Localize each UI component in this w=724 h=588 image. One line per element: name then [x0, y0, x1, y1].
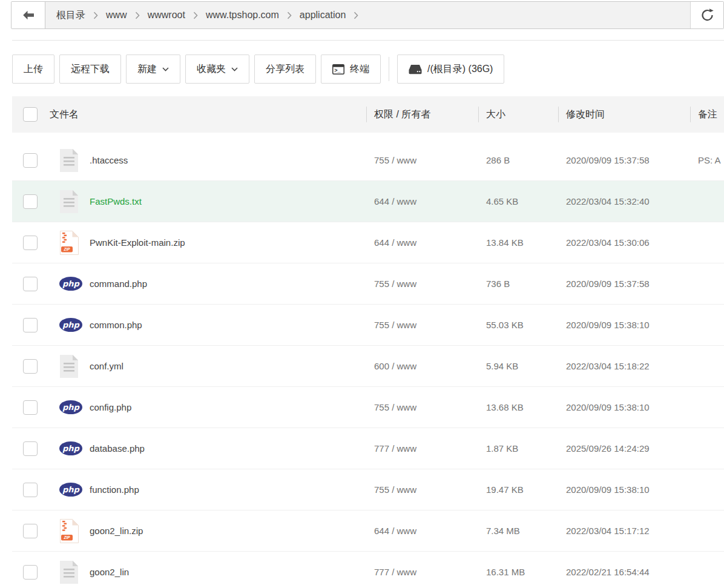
file-permissions: 755 / www: [366, 155, 478, 165]
table-row[interactable]: ZIP php command.php 755 / www 736 B 2020…: [12, 263, 724, 305]
table-row[interactable]: ZIP php function.php 755 / www 19.47 KB …: [12, 469, 724, 510]
file-name[interactable]: config.php: [90, 402, 366, 412]
svg-text:>_: >_: [334, 67, 341, 73]
zip-file-icon: ZIP: [59, 519, 79, 543]
column-header-note[interactable]: 备注: [690, 108, 724, 121]
column-header-mtime[interactable]: 修改时间: [558, 108, 690, 121]
php-file-icon: php: [59, 483, 82, 497]
file-permissions: 644 / www: [366, 237, 478, 248]
file-permissions: 755 / www: [366, 320, 478, 330]
row-checkbox[interactable]: [23, 400, 38, 415]
row-checkbox[interactable]: [23, 153, 38, 168]
table-row[interactable]: ZIP php conf.yml 600 / www 5.94 KB 2022/…: [12, 346, 724, 387]
disk-selector-label: /(根目录) (36G): [427, 63, 493, 76]
table-body: ZIP php .htaccess 755 / www 286 B 2020/0…: [12, 133, 724, 588]
row-checkbox[interactable]: [23, 277, 38, 291]
text-file-icon: [59, 561, 79, 584]
column-header-filename[interactable]: 文件名: [38, 108, 366, 121]
file-permissions: 755 / www: [366, 402, 478, 412]
refresh-icon: [700, 8, 714, 22]
file-mtime: 2022/02/21 16:54:44: [558, 567, 690, 577]
file-table: 文件名 权限 / 所有者 大小 修改时间 备注: [12, 96, 724, 588]
file-permissions: 777 / www: [366, 443, 478, 454]
toolbar-divider: [389, 57, 389, 81]
chevron-down-icon: [231, 67, 238, 71]
chevron-right-icon: [135, 12, 140, 19]
file-size: 55.03 KB: [478, 320, 558, 330]
file-size: 1.87 KB: [478, 443, 558, 454]
breadcrumb-item[interactable]: 根目录: [56, 9, 85, 22]
php-file-icon: php: [59, 318, 82, 332]
file-name[interactable]: goon2_lin: [90, 567, 366, 577]
remote-download-button[interactable]: 远程下载: [59, 55, 121, 84]
file-name[interactable]: conf.yml: [90, 361, 366, 371]
chevron-down-icon: [162, 67, 169, 71]
file-mtime: 2020/09/09 15:37:58: [558, 279, 690, 289]
file-name[interactable]: PwnKit-Exploit-main.zip: [90, 237, 366, 248]
table-row[interactable]: ZIP php database.php 777 / www 1.87 KB 2…: [12, 428, 724, 469]
select-all-checkbox[interactable]: [23, 107, 38, 122]
row-checkbox[interactable]: [23, 565, 38, 580]
row-checkbox[interactable]: [23, 318, 38, 332]
file-name[interactable]: .htaccess: [90, 155, 366, 165]
chevron-right-icon: [287, 12, 292, 19]
file-name[interactable]: common.php: [90, 320, 366, 330]
table-row[interactable]: ZIP php config.php 755 / www 13.68 KB 20…: [12, 387, 724, 428]
favorites-dropdown-button[interactable]: 收藏夹: [185, 55, 249, 84]
breadcrumb-item[interactable]: wwwroot: [148, 10, 185, 21]
chevron-right-icon: [354, 12, 358, 19]
disk-selector-button[interactable]: /(根目录) (36G): [397, 55, 504, 84]
file-size: 286 B: [478, 155, 558, 165]
table-row[interactable]: ZIP php common.php 755 / www 55.03 KB 20…: [12, 305, 724, 346]
file-size: 13.84 KB: [478, 237, 558, 248]
table-row[interactable]: ZIP php goon2_lin 777 / www 16.31 MB 202…: [12, 552, 724, 588]
breadcrumb: 根目录wwwwwwrootwww.tpshop.comapplication: [45, 2, 690, 28]
file-permissions: 600 / www: [366, 361, 478, 371]
column-header-permissions[interactable]: 权限 / 所有者: [366, 108, 478, 121]
breadcrumb-item[interactable]: www: [106, 10, 127, 21]
file-permissions: 644 / www: [366, 196, 478, 206]
file-size: 19.47 KB: [478, 484, 558, 495]
column-header-size[interactable]: 大小: [478, 108, 558, 121]
file-name[interactable]: FastPwds.txt: [90, 196, 366, 206]
file-name[interactable]: database.php: [90, 443, 366, 454]
toolbar: 上传 远程下载 新建 收藏夹 分享列表 >_ 终端: [12, 55, 724, 84]
breadcrumb-item[interactable]: www.tpshop.com: [206, 10, 279, 21]
hard-drive-icon: [409, 64, 422, 74]
terminal-icon: >_: [332, 64, 344, 74]
file-size: 5.94 KB: [478, 361, 558, 371]
php-file-icon: php: [59, 441, 82, 455]
file-note: PS: A: [690, 155, 724, 165]
table-row[interactable]: ZIP php .htaccess 755 / www 286 B 2020/0…: [12, 140, 724, 181]
file-name[interactable]: function.php: [90, 484, 366, 495]
share-list-button[interactable]: 分享列表: [254, 55, 316, 84]
table-row[interactable]: ZIP php FastPwds.txt 644 / www 4.65 KB 2…: [12, 181, 724, 222]
file-size: 16.31 MB: [478, 567, 558, 577]
text-file-icon: [59, 190, 79, 213]
breadcrumb-item[interactable]: application: [300, 10, 346, 21]
refresh-button[interactable]: [690, 2, 723, 28]
file-name[interactable]: command.php: [90, 279, 366, 289]
file-name[interactable]: goon2_lin.zip: [90, 526, 366, 536]
file-permissions: 777 / www: [366, 567, 478, 577]
terminal-button[interactable]: >_ 终端: [321, 55, 381, 84]
row-checkbox[interactable]: [23, 483, 38, 497]
back-arrow-icon: [22, 10, 35, 20]
row-checkbox[interactable]: [23, 441, 38, 456]
table-row[interactable]: ZIP php goon2_lin.zip 644 / www 7.34 MB …: [12, 510, 724, 552]
file-mtime: 2022/03/04 15:17:12: [558, 526, 690, 536]
file-mtime: 2020/09/09 15:38:10: [558, 320, 690, 330]
text-file-icon: [59, 355, 79, 378]
row-checkbox[interactable]: [23, 524, 38, 538]
upload-button[interactable]: 上传: [12, 55, 54, 84]
file-size: 736 B: [478, 279, 558, 289]
new-dropdown-button[interactable]: 新建: [126, 55, 180, 84]
row-checkbox[interactable]: [23, 194, 38, 209]
row-checkbox[interactable]: [23, 236, 38, 250]
share-list-button-label: 分享列表: [266, 63, 304, 76]
back-button[interactable]: [12, 2, 45, 28]
text-file-icon: [59, 149, 79, 172]
zip-file-icon: ZIP: [59, 231, 79, 255]
table-row[interactable]: ZIP php PwnKit-Exploit-main.zip 644 / ww…: [12, 222, 724, 263]
row-checkbox[interactable]: [23, 359, 38, 374]
